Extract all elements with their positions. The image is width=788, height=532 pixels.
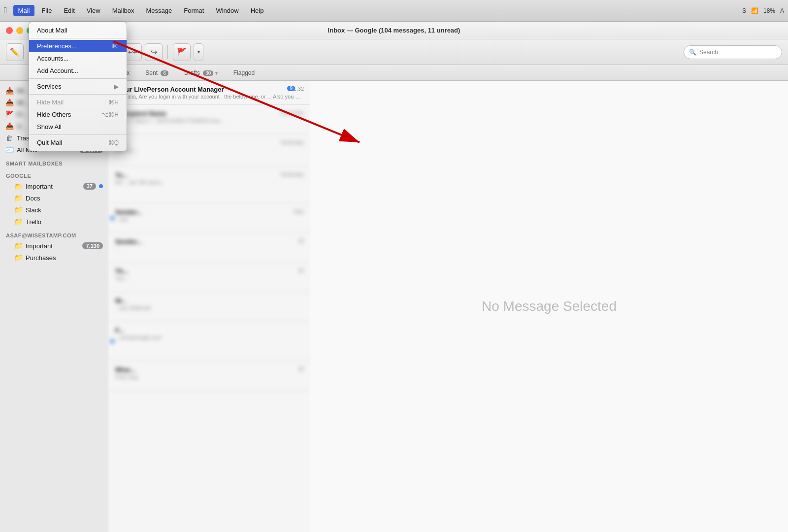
menu-mailbox[interactable]: Mailbox	[107, 5, 139, 16]
apple-logo-icon[interactable]: 	[4, 5, 7, 16]
email-time: 18	[298, 238, 304, 244]
email-row[interactable]: Sender... ... 18	[108, 233, 310, 263]
menu-message[interactable]: Message	[141, 5, 177, 16]
sidebar-item-slack[interactable]: 📁 Slack	[0, 204, 108, 216]
no-message-label: No Message Selected	[482, 299, 617, 314]
email-row[interactable]: Your LivePerson Account Manager Hi Talia…	[108, 81, 310, 105]
inbox2-icon: 📥	[5, 99, 14, 106]
email-row[interactable]: F... ...omastrength.com	[108, 322, 310, 361]
sidebar-label-important-google: Important	[26, 183, 80, 190]
preferences-label: Preferences...	[37, 42, 107, 50]
email-row[interactable]: To... Re: ...per 4th (arou... Yesterday	[108, 166, 310, 203]
important-google-badge: 37	[83, 183, 96, 190]
services-label: Services	[37, 83, 110, 90]
menu-mail[interactable]: Mail	[13, 5, 35, 16]
battery-indicator: 18%	[763, 7, 775, 14]
dropdown-preferences[interactable]: Preferences... ⌘,	[29, 40, 127, 52]
smart-mailboxes-header: Smart Mailboxes	[0, 156, 108, 168]
sent-badge: 6	[161, 70, 168, 76]
menu-format[interactable]: Format	[179, 5, 209, 16]
dropdown-services[interactable]: Services ▶	[29, 80, 127, 93]
menu-help[interactable]: Help	[246, 5, 269, 16]
skype-icon: S	[742, 7, 746, 14]
quit-mail-shortcut: ⌘Q	[108, 139, 119, 146]
email-preview: nly >> https:// ...94473148117155844 how…	[118, 118, 303, 124]
folder-icon: 📁	[14, 182, 23, 190]
minimize-button[interactable]	[16, 27, 23, 34]
forward-button[interactable]: ↪	[145, 43, 163, 61]
sidebar-item-trello[interactable]: 📁 Trello	[0, 216, 108, 228]
slack-icon: 📁	[14, 206, 23, 214]
dropdown-show-all[interactable]: Show All	[29, 121, 127, 133]
flag-button[interactable]: 🚩	[173, 43, 191, 61]
sidebar-item-important-account[interactable]: 📁 Important 7,130	[0, 240, 108, 252]
email-time: Yesterday	[280, 110, 304, 116]
sidebar-label-slack: Slack	[26, 206, 103, 214]
tab-drafts[interactable]: Drafts 30 ▾	[177, 67, 225, 78]
about-mail-label: About Mail	[37, 27, 119, 34]
preferences-shortcut: ⌘,	[111, 43, 119, 50]
email-time: 18	[298, 267, 304, 273]
email-preview: Fwd: bug	[115, 374, 303, 380]
email-row[interactable]: Recipient Name nly >> https:// ...944731…	[108, 105, 310, 134]
email-badge: 9	[287, 86, 295, 91]
email-row[interactable]: To... Sheets:... Yesterday	[108, 134, 310, 166]
sidebar-label-trello: Trello	[26, 218, 103, 226]
window-title: Inbox — Google (104 messages, 11 unread)	[328, 27, 460, 34]
email-preview: Sheets:...	[115, 147, 303, 153]
trash-icon: 🗑	[5, 134, 14, 142]
sidebar-label-docs: Docs	[26, 195, 103, 202]
dropdown-hide-others[interactable]: Hide Others ⌥⌘H	[29, 108, 127, 121]
menu-file[interactable]: File	[36, 5, 57, 16]
menubar-right: S 📶 18% A	[742, 7, 784, 14]
sidebar-item-important-google[interactable]: 📁 Important 37	[0, 180, 108, 192]
all-mail-icon: ✉️	[5, 146, 14, 154]
email-sender: Sender...	[115, 208, 303, 216]
hide-mail-label: Hide Mail	[37, 99, 104, 106]
drafts-arrow-icon: ▾	[215, 70, 218, 76]
dropdown-sep-4	[29, 134, 127, 135]
email-sender: W...	[115, 297, 303, 304]
dropdown-accounts[interactable]: Accounts...	[29, 52, 127, 65]
quit-mail-label: Quit Mail	[37, 139, 104, 146]
dropdown-hide-mail[interactable]: Hide Mail ⌘H	[29, 96, 127, 108]
message-pane: No Message Selected	[310, 81, 788, 532]
show-all-label: Show All	[37, 123, 119, 131]
email-sender: Th...	[115, 267, 303, 275]
sent-icon: 📤	[5, 122, 14, 130]
email-list: Your LivePerson Account Manager Hi Talia…	[108, 81, 310, 532]
menu-view[interactable]: View	[82, 5, 105, 16]
user-icon: A	[780, 7, 784, 14]
email-sender: To...	[115, 171, 303, 179]
menu-window[interactable]: Window	[211, 5, 243, 16]
sidebar-item-purchases[interactable]: 📁 Purchases	[0, 252, 108, 264]
close-button[interactable]	[6, 27, 13, 34]
accounts-label: Accounts...	[37, 55, 119, 62]
menubar-left:  Mail File Edit View Mailbox Message Fo…	[4, 5, 268, 16]
email-row[interactable]: Th... You... 18	[108, 263, 310, 292]
tab-sent[interactable]: Sent 6	[138, 67, 175, 78]
email-sender: To...	[115, 139, 303, 147]
email-row[interactable]: Wise... Fwd: bug 18	[108, 361, 310, 391]
tab-sent-label: Sent	[145, 69, 158, 76]
email-row[interactable]: W... ...acy Webmail	[108, 292, 310, 322]
dropdown-add-account[interactable]: Add Account...	[29, 65, 127, 77]
flag-dropdown-button[interactable]: ▾	[194, 43, 203, 61]
dropdown-about-mail[interactable]: About Mail	[29, 24, 127, 36]
purchases-icon: 📁	[14, 254, 23, 262]
inbox-icon: 📥	[5, 87, 14, 95]
tab-flagged[interactable]: Flagged	[227, 67, 262, 78]
dropdown-quit-mail[interactable]: Quit Mail ⌘Q	[29, 136, 127, 149]
email-preview: Re: ...per 4th (arou...	[115, 179, 303, 185]
sidebar-item-docs[interactable]: 📁 Docs	[0, 192, 108, 204]
flagged-icon: 🚩	[5, 110, 14, 118]
wifi-icon: 📶	[751, 7, 758, 14]
email-preview: ...acy Webmail	[115, 305, 303, 311]
email-row[interactable]: Sender... ...link rday	[108, 203, 310, 233]
email-sender: Recipient Name	[118, 110, 303, 117]
email-time: 18	[298, 366, 304, 372]
menu-edit[interactable]: Edit	[59, 5, 79, 16]
account-header: asaf@wisestamp.com	[0, 228, 108, 240]
search-bar[interactable]: 🔍 Search	[684, 45, 782, 59]
compose-button[interactable]: ✏️	[6, 43, 24, 61]
